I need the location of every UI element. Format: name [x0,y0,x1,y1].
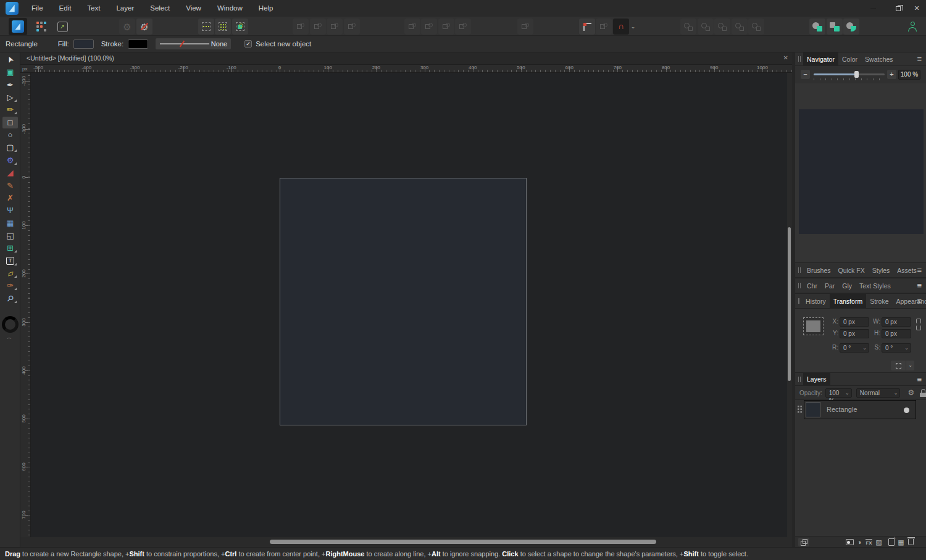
ellipse-tool[interactable]: ○ [2,129,18,141]
adjustment-layer-button[interactable]: ◑ [855,538,864,546]
cog-shape-tool[interactable]: ⚙ [2,154,18,166]
pencil-tool[interactable]: ✏ [2,104,18,115]
vector-brush-tool[interactable]: ✎ [2,180,18,191]
canvas[interactable] [31,73,787,537]
tab-par[interactable]: Par [821,278,838,293]
mask-layer-button[interactable] [845,538,854,546]
panel-grip-icon[interactable] [798,56,801,62]
panel-menu-icon[interactable]: ≡ [917,55,922,63]
move-tool[interactable]: ➤ [2,54,18,65]
zoom-in-button[interactable]: + [887,70,896,79]
account-button[interactable] [904,19,921,35]
panel-grip-icon[interactable] [798,283,801,288]
tab-layers[interactable]: Layers [803,373,830,385]
vertical-scrollbar[interactable] [787,73,792,537]
pen-tool[interactable]: ✒ [2,79,18,91]
persona-designer-button[interactable] [9,18,27,35]
panel-menu-icon[interactable]: ≡ [917,375,922,383]
move-by-whole-pixels-button[interactable] [232,19,248,35]
tab-color[interactable]: Color [838,52,861,65]
tab-swatches[interactable]: Swatches [861,52,897,65]
frame-text-tool[interactable]: T [2,255,18,267]
transform-input-h[interactable]: 0 px [882,329,911,338]
menu-window[interactable]: Window [209,0,251,17]
zoom-value[interactable]: 100 % [898,70,920,80]
layer-visibility-toggle[interactable] [904,407,909,413]
fill-tool[interactable]: ✗ [2,192,18,204]
persona-export-button[interactable]: ↗ [53,18,72,35]
tab-brushes[interactable]: Brushes [803,263,835,277]
tab-gly[interactable]: Gly [838,278,856,293]
restore-button[interactable] [889,0,907,17]
panel-grip-icon[interactable] [798,377,801,382]
horizontal-scrollbar[interactable] [20,537,792,547]
fill-swatch[interactable] [73,40,94,49]
select-new-object-checkbox[interactable]: ✓ [244,40,252,48]
rectangle-tool[interactable]: □ [2,117,18,128]
tab-navigator[interactable]: Navigator [803,52,838,65]
menu-layer[interactable]: Layer [108,0,142,17]
shape-builder-tool[interactable]: ⊞ [2,242,18,254]
document-tab-close-icon[interactable]: ✕ [783,54,788,61]
zoom-out-button[interactable]: − [801,70,810,79]
rectangle-object[interactable] [280,178,527,425]
stroke-style-widget[interactable]: None [156,38,231,49]
tab-chr[interactable]: Chr [803,278,821,293]
transparency-tool[interactable]: Ψ [2,204,18,216]
layer-drag-handle-icon[interactable] [797,405,803,413]
edit-all-layers-button[interactable] [798,538,809,546]
node-tool[interactable]: ▷ [2,91,18,103]
layer-row[interactable]: Rectangle [804,400,916,419]
menu-edit[interactable]: Edit [51,0,80,17]
tab-quick-fx[interactable]: Quick FX [835,263,869,277]
color-picker-tool[interactable]: ✑ [2,280,18,291]
blend-mode-select[interactable]: Normal⌄ [856,388,901,398]
stroke-swatch[interactable] [128,40,148,49]
transform-input-w[interactable]: 0 px [882,317,911,327]
menu-select[interactable]: Select [142,0,178,17]
navigator-preview[interactable] [799,109,924,234]
layer-name[interactable]: Rectangle [827,406,857,413]
insert-on-top-button[interactable] [843,19,859,35]
panel-menu-icon[interactable]: ≡ [917,266,922,274]
snapping-button[interactable]: ∩ [613,19,629,35]
menu-help[interactable]: Help [251,0,282,17]
zoom-slider-knob[interactable] [854,71,859,78]
tab-assets[interactable]: Assets [893,263,920,277]
layer-thumbnail[interactable] [806,402,820,417]
layer-settings-gear-icon[interactable]: ⚙ [907,388,914,397]
tab-stroke[interactable]: Stroke [866,294,892,308]
transform-mode-button[interactable] [891,361,906,370]
persona-pixel-button[interactable] [32,18,51,35]
insert-inside-button[interactable] [827,19,843,35]
tab-history[interactable]: History [802,294,830,308]
artboard-tool[interactable]: ▣ [2,66,18,78]
live-filter-button[interactable]: ▨ [874,538,883,546]
measure-tool[interactable]: ▱ [2,267,18,279]
rounded-rectangle-tool[interactable]: ▢ [2,141,18,153]
insert-behind-button[interactable] [809,19,825,35]
tab-text-styles[interactable]: Text Styles [856,278,895,293]
force-pixel-alignment-button[interactable] [215,19,231,35]
toggle-pixel-alignment-button[interactable] [198,19,214,35]
layer-lock-icon[interactable] [920,389,926,397]
corner-tool[interactable]: ◢ [2,167,18,178]
place-image-tool[interactable]: ▦ [2,217,18,229]
vertical-scrollbar-thumb[interactable] [788,227,791,381]
document-tab-title[interactable]: <Untitled> [Modified] (100.0%) [27,54,114,62]
minimize-button[interactable] [870,0,889,17]
delete-layer-button[interactable] [906,538,916,546]
anchor-selector[interactable] [803,317,824,335]
opacity-select[interactable]: 100 %⌄ [825,388,852,398]
panel-menu-icon[interactable]: ≡ [917,297,922,305]
tab-styles[interactable]: Styles [869,263,894,277]
transform-input-s[interactable]: 0 °⌄ [882,343,911,353]
layer-effects-button[interactable]: FX [864,538,874,546]
menu-view[interactable]: View [178,0,209,17]
gear-slash-button[interactable]: ⚙ [136,19,152,35]
menu-text[interactable]: Text [79,0,108,17]
fill-stroke-color-selector[interactable] [2,316,19,333]
menu-file[interactable]: File [23,0,51,17]
show-guides-button[interactable] [579,19,595,35]
close-button[interactable]: ✕ [907,0,926,17]
